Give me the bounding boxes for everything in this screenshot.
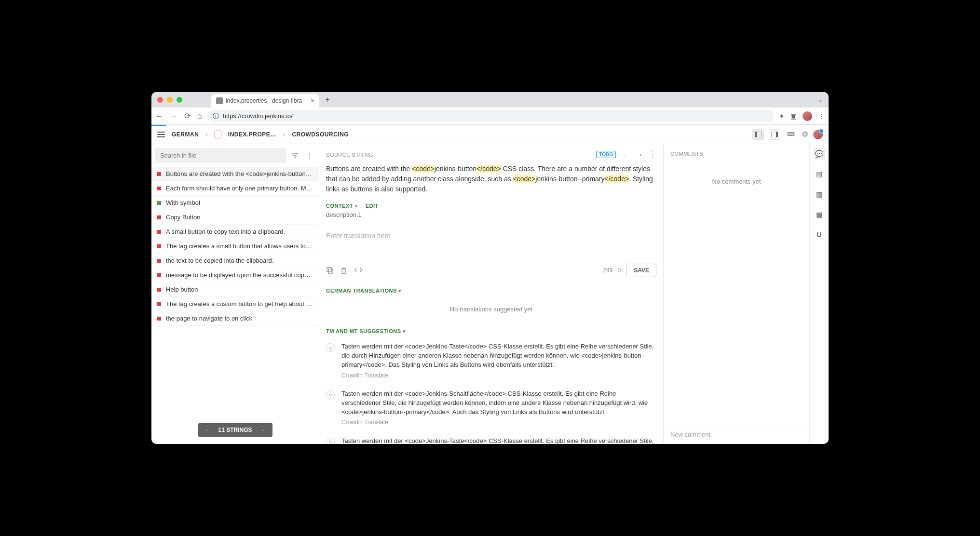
- chevron-right-icon: ›: [283, 131, 286, 138]
- todo-badge: TODO: [596, 151, 616, 158]
- string-item[interactable]: With symbol: [151, 196, 319, 210]
- window-controls: [157, 97, 182, 103]
- strings-footer: ← 11 STRINGS →: [198, 423, 272, 437]
- insert-tag-icon[interactable]: [354, 267, 363, 274]
- tab-title: index.properties - design-libra: [226, 97, 302, 104]
- new-tab-button[interactable]: +: [325, 95, 329, 104]
- suggestion-body: Tasten werden mit der <code>Jenkins-Scha…: [341, 389, 656, 427]
- string-item[interactable]: the page to navigate to on click: [151, 311, 319, 326]
- status-indicator: [157, 273, 161, 277]
- string-text: The tag creates a small button that allo…: [166, 242, 313, 250]
- suggestion-provider: Crowdin Translate: [341, 372, 656, 380]
- status-indicator: [157, 201, 161, 205]
- no-translations: No translations suggested yet: [319, 297, 663, 322]
- suggestion-item[interactable]: ☺Tasten werden mit der <code>Jenkins-Tas…: [319, 432, 663, 444]
- string-item[interactable]: Help button: [151, 282, 319, 297]
- string-item[interactable]: Each form should have only one primary b…: [151, 181, 319, 196]
- home-button[interactable]: ⌂: [197, 112, 202, 121]
- clear-icon[interactable]: [340, 267, 347, 274]
- menu-button[interactable]: [157, 132, 165, 137]
- keyboard-icon[interactable]: ⌨: [785, 129, 797, 140]
- status-indicator: [157, 302, 161, 306]
- strings-panel: ⋮ Buttons are created with the <code>jen…: [151, 144, 319, 444]
- string-text: Help button: [166, 286, 198, 293]
- suggestions-list: ☺Tasten werden mit der <code>Jenkins-Tas…: [319, 337, 663, 444]
- string-item[interactable]: message to be displayed upon the success…: [151, 268, 319, 282]
- tab-close-icon[interactable]: ×: [311, 97, 314, 105]
- filter-icon[interactable]: [290, 151, 300, 161]
- files-tab-icon[interactable]: ▥: [814, 188, 825, 200]
- browser-tab[interactable]: index.properties - design-libra ×: [211, 94, 319, 107]
- url-field[interactable]: ⓘ https://crowdin.jenkins.io/: [207, 110, 774, 122]
- panel-icon[interactable]: ▣: [790, 112, 797, 120]
- source-string-label: SOURCE STRING: [326, 152, 373, 158]
- more-icon[interactable]: ⋮: [304, 150, 315, 161]
- forward-button[interactable]: →: [170, 112, 177, 121]
- layout-side-button[interactable]: [752, 129, 764, 140]
- string-list: Buttons are created with the <code>jenki…: [151, 167, 319, 444]
- search-input[interactable]: [155, 148, 286, 163]
- info-tab-icon[interactable]: ▦: [814, 209, 825, 220]
- layout-split-button[interactable]: [769, 129, 780, 140]
- underline-tab-icon[interactable]: U: [814, 229, 825, 241]
- next-page-button[interactable]: →: [260, 427, 266, 433]
- browser-window: index.properties - design-libra × + ⌄ ← …: [151, 92, 829, 444]
- status-indicator: [157, 172, 161, 176]
- suggestion-provider: Crowdin Translate: [341, 418, 656, 427]
- string-item[interactable]: The tag creates a custom button to get h…: [151, 297, 319, 311]
- comments-tab-icon[interactable]: 💬: [814, 148, 825, 160]
- strings-count: 11 STRINGS: [218, 427, 252, 433]
- source-text: Buttons are created with the <code>jenki…: [319, 159, 663, 201]
- new-comment-input[interactable]: New comment: [664, 425, 809, 444]
- string-item[interactable]: Buttons are created with the <code>jenki…: [151, 167, 319, 181]
- status-indicator: [157, 317, 161, 321]
- char-count: 249 · 0: [603, 267, 621, 274]
- prev-string-button[interactable]: ←: [622, 150, 629, 159]
- browser-menu-icon[interactable]: ⋮: [818, 112, 825, 120]
- breadcrumb-language[interactable]: GERMAN: [172, 131, 199, 138]
- string-text: message to be displayed upon the success…: [166, 271, 313, 279]
- string-item[interactable]: A small button to copy text into a clipb…: [151, 225, 319, 239]
- provider-icon: ☺: [326, 390, 335, 399]
- svg-rect-3: [776, 132, 778, 137]
- context-edit-button[interactable]: EDIT: [366, 203, 379, 209]
- status-indicator: [157, 288, 161, 292]
- crowdin-app: GERMAN › INDEX.PROPE… › CROWDSOURCING ⌨ …: [151, 125, 829, 444]
- next-string-button[interactable]: →: [635, 150, 643, 159]
- string-item[interactable]: the text to be copied into the clipboard…: [151, 254, 319, 268]
- settings-icon[interactable]: ⚙: [802, 130, 808, 139]
- terms-tab-icon[interactable]: ▤: [814, 168, 825, 180]
- extensions-icon[interactable]: ✦: [779, 112, 785, 120]
- breadcrumb-file[interactable]: INDEX.PROPE…: [228, 131, 276, 138]
- back-button[interactable]: ←: [155, 112, 163, 121]
- provider-icon: ☺: [326, 438, 335, 444]
- prev-page-button[interactable]: ←: [204, 427, 210, 433]
- minimize-window-button[interactable]: [167, 97, 173, 103]
- breadcrumb-mode[interactable]: CROWDSOURCING: [292, 131, 349, 138]
- suggestion-item[interactable]: ☺Tasten werden mit der <code>Jenkins-Tas…: [319, 337, 663, 385]
- file-icon: [215, 131, 221, 138]
- string-text: The tag creates a custom button to get h…: [166, 300, 313, 308]
- string-text: the text to be copied into the clipboard…: [166, 257, 273, 264]
- status-indicator: [157, 244, 161, 248]
- svg-rect-1: [755, 132, 757, 137]
- tabs-dropdown-icon[interactable]: ⌄: [818, 96, 823, 103]
- status-indicator: [157, 230, 161, 234]
- string-item[interactable]: Copy Button: [151, 210, 319, 225]
- user-avatar[interactable]: [813, 130, 823, 139]
- no-comments: No comments yet: [664, 178, 809, 185]
- profile-avatar[interactable]: [803, 111, 812, 121]
- save-button[interactable]: SAVE: [626, 264, 656, 277]
- copy-source-icon[interactable]: [326, 267, 334, 274]
- reload-button[interactable]: ⟳: [184, 111, 191, 121]
- status-indicator: [157, 215, 161, 219]
- suggestion-body: Tasten werden mit der <code>Jenkins-Tast…: [341, 342, 656, 380]
- site-info-icon[interactable]: ⓘ: [213, 112, 219, 121]
- editor-panel: SOURCE STRING TODO ← → ⋮ Buttons are cre…: [319, 144, 664, 444]
- close-window-button[interactable]: [157, 97, 163, 103]
- maximize-window-button[interactable]: [177, 97, 182, 103]
- string-menu-icon[interactable]: ⋮: [649, 150, 656, 159]
- translation-input[interactable]: [326, 232, 656, 251]
- suggestion-item[interactable]: ☺Tasten werden mit der <code>Jenkins-Sch…: [319, 385, 663, 432]
- string-item[interactable]: The tag creates a small button that allo…: [151, 239, 319, 254]
